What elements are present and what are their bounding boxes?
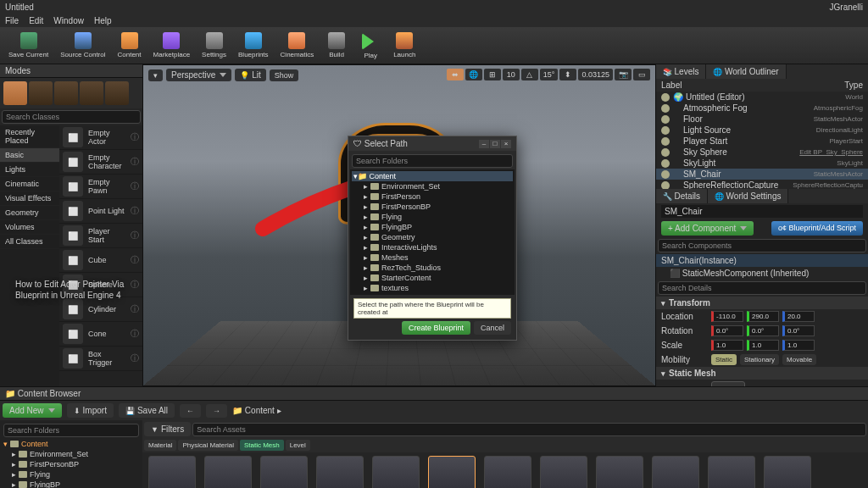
- dialog-folder-firstpersonbp[interactable]: ▸ FirstPersonBP: [352, 202, 513, 212]
- toolbar-cinematics[interactable]: Cinematics: [275, 30, 320, 60]
- tab-world-outliner[interactable]: 🌐 World Outliner: [706, 64, 786, 79]
- search-folders[interactable]: Search Folders: [3, 424, 139, 437]
- menu-file[interactable]: File: [5, 16, 19, 25]
- col-label[interactable]: Label: [661, 80, 844, 90]
- outliner-sky-sphere[interactable]: Sky SphereEdit BP_Sky_Sphere: [656, 147, 868, 158]
- placer-empty-actor[interactable]: ⬜Empty Actorⓘ: [59, 125, 142, 150]
- visibility-icon[interactable]: [661, 159, 670, 168]
- asset-sm_couch[interactable]: SM_Couch: [649, 456, 702, 488]
- visibility-icon[interactable]: [661, 148, 670, 157]
- visibility-icon[interactable]: [661, 181, 670, 190]
- asset-sm_ceiling_living_02[interactable]: SM_Ceiling_Living_02: [314, 456, 366, 488]
- visibility-icon[interactable]: [661, 93, 670, 102]
- rot-y[interactable]: 0.0°: [747, 325, 779, 336]
- outliner-root[interactable]: 🌍 Untitled (Editor): [673, 92, 845, 102]
- folder-content[interactable]: ▾ Content: [2, 439, 141, 449]
- loc-x[interactable]: -110.0: [711, 311, 743, 322]
- outliner-spherereflectioncapture[interactable]: SphereReflectionCaptureSphereReflectionC…: [656, 180, 868, 189]
- outliner-player-start[interactable]: Player StartPlayerStart: [656, 136, 868, 147]
- mode-paint[interactable]: [29, 81, 53, 105]
- rot-x[interactable]: 0.0°: [711, 325, 743, 336]
- category-cinematic[interactable]: Cinematic: [0, 177, 59, 191]
- viewport-maximize[interactable]: ▭: [633, 69, 650, 80]
- asset-sm_clown_01[interactable]: SM_clown_01: [537, 456, 590, 488]
- mode-geometry[interactable]: [105, 81, 129, 105]
- dialog-folder-startercontent[interactable]: ▸ StarterContent: [352, 273, 513, 283]
- dialog-folder-geometry[interactable]: ▸ Geometry: [352, 232, 513, 242]
- visibility-icon[interactable]: [661, 104, 670, 113]
- search-components[interactable]: Search Components: [658, 239, 866, 252]
- dialog-folder-interactivelights[interactable]: ▸ InteractiveLights: [352, 242, 513, 252]
- breadcrumb[interactable]: 📁 Content ▸: [232, 406, 281, 415]
- filter-static-mesh[interactable]: Static Mesh: [240, 440, 284, 451]
- placer-empty-character[interactable]: ⬜Empty Characterⓘ: [59, 150, 142, 175]
- show-dropdown[interactable]: Show: [270, 69, 299, 81]
- add-component-button[interactable]: + Add Component: [661, 221, 754, 236]
- asset-sm_cover_01[interactable]: SM_cover_01: [481, 456, 534, 488]
- actor-name[interactable]: SM_Chair: [661, 205, 863, 218]
- outliner-sm_chair[interactable]: SM_ChairStaticMeshActor: [656, 169, 868, 180]
- camera-speed[interactable]: 📷: [615, 69, 632, 80]
- toolbar-build[interactable]: Build: [320, 30, 353, 60]
- menu-window[interactable]: Window: [53, 16, 84, 25]
- viewport-menu[interactable]: ▾: [148, 69, 163, 81]
- placer-box-trigger[interactable]: ⬜Box Triggerⓘ: [59, 347, 142, 371]
- perspective-dropdown[interactable]: Perspective: [166, 69, 231, 81]
- outliner-floor[interactable]: FloorStaticMeshActor: [656, 114, 868, 125]
- tab-levels[interactable]: 📚 Levels: [656, 64, 706, 79]
- angle-snap[interactable]: △: [521, 69, 538, 80]
- save-all-button[interactable]: 💾 Save All: [119, 403, 175, 418]
- visibility-icon[interactable]: [661, 170, 670, 179]
- mode-place[interactable]: [3, 81, 27, 105]
- category-basic[interactable]: Basic: [0, 148, 59, 163]
- mode-foliage[interactable]: [80, 81, 103, 105]
- asset-sm_ceiling_living_01[interactable]: SM_Ceiling_Living_01: [370, 456, 422, 488]
- snap-toggle[interactable]: ⊞: [484, 69, 501, 80]
- loc-z[interactable]: 20.0: [782, 311, 815, 322]
- toolbar-marketplace[interactable]: Marketplace: [148, 30, 196, 60]
- create-blueprint-button[interactable]: Create Blueprint: [402, 321, 470, 335]
- dialog-folder-textures[interactable]: ▸ textures: [352, 283, 513, 293]
- loc-y[interactable]: 290.0: [747, 311, 779, 322]
- category-lights[interactable]: Lights: [0, 163, 59, 177]
- mobility-movable[interactable]: Movable: [782, 354, 816, 365]
- import-button[interactable]: ⬇ Import: [67, 403, 114, 418]
- category-geometry[interactable]: Geometry: [0, 206, 59, 220]
- outliner-atmospheric-fog[interactable]: Atmospheric FogAtmosphericFog: [656, 103, 868, 114]
- filter-material[interactable]: Material: [144, 440, 176, 451]
- tab-world-settings[interactable]: 🌐 World Settings: [708, 189, 788, 203]
- search-classes-input[interactable]: Search Classes: [2, 110, 141, 124]
- mode-landscape[interactable]: [54, 81, 78, 105]
- placer-empty-pawn[interactable]: ⬜Empty Pawnⓘ: [59, 175, 142, 199]
- dialog-folder-meshes[interactable]: ▸ Meshes: [352, 252, 513, 263]
- outliner-skylight[interactable]: SkyLightSkyLight: [656, 158, 868, 169]
- asset-sm_corner_frame[interactable]: SM_Corner_Frame: [593, 456, 646, 488]
- section-static-mesh[interactable]: ▾ Static Mesh: [656, 367, 868, 380]
- placer-point-light[interactable]: ⬜Point Lightⓘ: [59, 199, 142, 224]
- menu-edit[interactable]: Edit: [29, 16, 43, 25]
- dialog-max[interactable]: □: [490, 140, 500, 148]
- dialog-folder-flyingbp[interactable]: ▸ FlyingBP: [352, 222, 513, 232]
- transform-mode[interactable]: ⬌: [447, 69, 464, 80]
- path-fwd[interactable]: →: [206, 404, 227, 418]
- dialog-folder-flying[interactable]: ▸ Flying: [352, 212, 513, 222]
- search-details[interactable]: Search Details: [658, 281, 866, 295]
- toolbar-save-current[interactable]: Save Current: [3, 30, 53, 60]
- scl-z[interactable]: 1.0: [782, 340, 815, 351]
- toolbar-settings[interactable]: Settings: [197, 30, 231, 60]
- category-recently-placed[interactable]: Recently Placed: [0, 125, 59, 148]
- dialog-close[interactable]: ×: [501, 140, 511, 148]
- filter-level[interactable]: Level: [286, 440, 310, 451]
- mobility-stationary[interactable]: Stationary: [740, 354, 779, 365]
- toolbar-content[interactable]: Content: [113, 30, 147, 60]
- cancel-button[interactable]: Cancel: [474, 321, 511, 335]
- dialog-folder-firstperson[interactable]: ▸ FirstPerson: [352, 191, 513, 202]
- section-transform[interactable]: ▾ Transform: [656, 297, 868, 309]
- menu-help[interactable]: Help: [94, 16, 112, 25]
- dialog-folder-environment_set[interactable]: ▸ Environment_Set: [352, 181, 513, 191]
- asset-sm_cracked_roof_01[interactable]: SM_cracked_roof_01: [705, 456, 758, 488]
- placer-sphere[interactable]: ⬜Sphereⓘ: [59, 273, 142, 297]
- dialog-folder-content[interactable]: ▾📁 Content: [352, 171, 513, 181]
- scl-y[interactable]: 1.0: [747, 340, 779, 351]
- add-new-button[interactable]: Add New: [3, 403, 62, 418]
